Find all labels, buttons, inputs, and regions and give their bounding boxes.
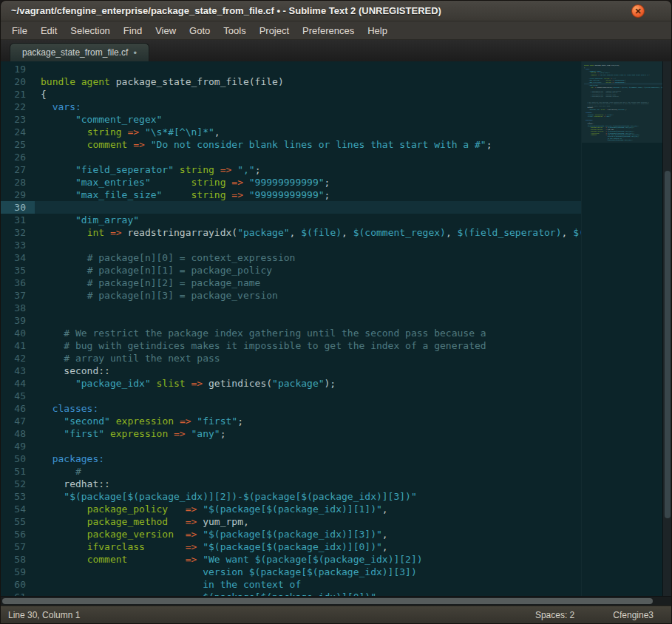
code-line[interactable] [35, 390, 581, 402]
title-bar[interactable]: ~/vagrant/cfengine_enterprise/package_st… [1, 1, 671, 21]
line-number[interactable]: 46 [1, 402, 35, 415]
indent-setting[interactable]: Spaces: 2 [535, 610, 574, 620]
syntax-name[interactable]: Cfengine3 [613, 610, 654, 620]
code-line[interactable]: "first" expression => "any"; [35, 427, 581, 440]
code-line[interactable]: classes: [35, 402, 581, 415]
line-number[interactable]: 35 [1, 264, 35, 277]
menu-tools[interactable]: Tools [217, 23, 252, 38]
line-number[interactable]: 59 [1, 566, 35, 578]
line-number[interactable]: 26 [1, 151, 35, 163]
code-line[interactable]: "$(package[$(package_idx)][2])-$(package… [35, 490, 581, 503]
code-line[interactable]: # We restrict the package index gatherin… [35, 327, 581, 339]
code-line[interactable]: comment => "Do not consider blank lines … [35, 138, 581, 151]
line-number[interactable]: 57 [1, 540, 35, 553]
line-number[interactable]: 31 [1, 214, 35, 226]
line-number[interactable]: 38 [1, 302, 35, 314]
line-number[interactable]: 37 [1, 289, 35, 302]
code-line[interactable]: "max_file_size" string => "99999999999"; [35, 189, 581, 201]
line-number[interactable]: 22 [1, 101, 35, 113]
line-number[interactable]: 25 [1, 138, 35, 151]
line-number[interactable]: 53 [1, 490, 35, 503]
code-line[interactable]: ifvarclass => "$(package[$(package_idx)]… [35, 540, 581, 553]
code-line[interactable] [35, 302, 581, 314]
line-number[interactable]: 60 [1, 578, 35, 591]
line-number[interactable]: 55 [1, 515, 35, 528]
vertical-scrollbar-thumb[interactable] [665, 171, 671, 518]
code-line[interactable]: package_policy => "$(package[$(package_i… [35, 503, 581, 515]
menu-selection[interactable]: Selection [64, 23, 116, 38]
code-line[interactable] [35, 151, 581, 163]
code-line[interactable]: string => "\s*#[^\n]*", [35, 126, 581, 138]
code-line[interactable] [35, 239, 581, 251]
code-line[interactable]: redhat:: [35, 478, 581, 490]
menu-project[interactable]: Project [253, 23, 296, 38]
line-number[interactable]: 23 [1, 113, 35, 126]
code-line[interactable]: "dim_array" [35, 214, 581, 226]
code-line[interactable]: in the context of [35, 578, 581, 591]
line-number[interactable]: 56 [1, 528, 35, 540]
line-number[interactable]: 39 [1, 314, 35, 327]
gutter[interactable]: 1920212223242526272829303132333435363738… [1, 61, 35, 596]
menu-preferences[interactable]: Preferences [296, 23, 361, 38]
line-number[interactable]: 24 [1, 126, 35, 138]
code-line[interactable]: # package[n][1] = package_policy [35, 264, 581, 277]
tab-package-state-from-file[interactable]: package_state_from_file.cf • [10, 43, 149, 61]
close-button[interactable]: ✕ [631, 4, 645, 18]
menu-view[interactable]: View [149, 23, 183, 38]
line-number[interactable]: 28 [1, 176, 35, 189]
code-line[interactable]: # package[n][0] = context_expression [35, 251, 581, 264]
code-line[interactable]: second:: [35, 364, 581, 377]
line-number[interactable]: 32 [1, 226, 35, 239]
code-line[interactable]: { [35, 88, 581, 101]
menu-goto[interactable]: Goto [183, 23, 217, 38]
code-line[interactable]: # array until the next pass [35, 352, 581, 364]
code-line[interactable]: packages: [35, 452, 581, 465]
code-line[interactable]: vars: [35, 101, 581, 113]
code-line[interactable] [35, 314, 581, 327]
menu-help[interactable]: Help [361, 23, 394, 38]
code-line[interactable]: "max_entries" string => "99999999999"; [35, 176, 581, 189]
code-line[interactable]: comment => "We want $(package[$(package_… [35, 553, 581, 566]
line-number[interactable]: 43 [1, 364, 35, 377]
line-number[interactable]: 27 [1, 163, 35, 176]
code-line[interactable] [35, 63, 581, 75]
code-line[interactable]: "field_seperator" string => ","; [35, 163, 581, 176]
menu-find[interactable]: Find [117, 23, 149, 38]
code-line[interactable]: "package_idx" slist => getindices("packa… [35, 377, 581, 390]
code-lines[interactable]: bundle agent package_state_from_file(fil… [35, 61, 581, 596]
code-line[interactable]: bundle agent package_state_from_file(fil… [35, 75, 581, 88]
code-line[interactable] [35, 440, 581, 452]
line-number[interactable]: 51 [1, 465, 35, 478]
line-number[interactable]: 45 [1, 390, 35, 402]
line-number[interactable]: 47 [1, 415, 35, 427]
code-line[interactable]: "comment_regex" [35, 113, 581, 126]
line-number[interactable]: 21 [1, 88, 35, 101]
code-line[interactable]: version $(package[$(package_idx)][3]) [35, 566, 581, 578]
line-number[interactable]: 54 [1, 503, 35, 515]
horizontal-scrollbar-thumb[interactable] [2, 598, 653, 604]
line-number[interactable]: 61 [1, 591, 35, 596]
line-number[interactable]: 42 [1, 352, 35, 364]
line-number[interactable]: 52 [1, 478, 35, 490]
code-line[interactable]: int => readstringarrayidx("package", $(f… [35, 226, 581, 239]
menu-file[interactable]: File [5, 23, 34, 38]
menu-edit[interactable]: Edit [34, 23, 64, 38]
line-number[interactable]: 19 [1, 63, 35, 75]
code-line[interactable]: # bug with getindices makes it impossibl… [35, 339, 581, 352]
line-number[interactable]: 58 [1, 553, 35, 566]
code-line[interactable]: package_version => "$(package[$(package_… [35, 528, 581, 540]
line-number[interactable]: 36 [1, 277, 35, 289]
minimap[interactable]: bundle agent package_state_from_file(fil… [581, 61, 662, 596]
code-line[interactable]: # package[n][2] = package_name [35, 277, 581, 289]
code-line[interactable]: # package[n][3] = package_version [35, 289, 581, 302]
line-number[interactable]: 33 [1, 239, 35, 251]
line-number[interactable]: 40 [1, 327, 35, 339]
code-line[interactable]: "second" expression => "first"; [35, 415, 581, 427]
line-number[interactable]: 48 [1, 427, 35, 440]
code-line[interactable]: package_method => yum_rpm, [35, 515, 581, 528]
horizontal-scrollbar[interactable] [1, 596, 671, 606]
line-number[interactable]: 20 [1, 75, 35, 88]
line-number[interactable]: 30 [1, 201, 35, 214]
line-number[interactable]: 34 [1, 251, 35, 264]
line-number[interactable]: 50 [1, 452, 35, 465]
